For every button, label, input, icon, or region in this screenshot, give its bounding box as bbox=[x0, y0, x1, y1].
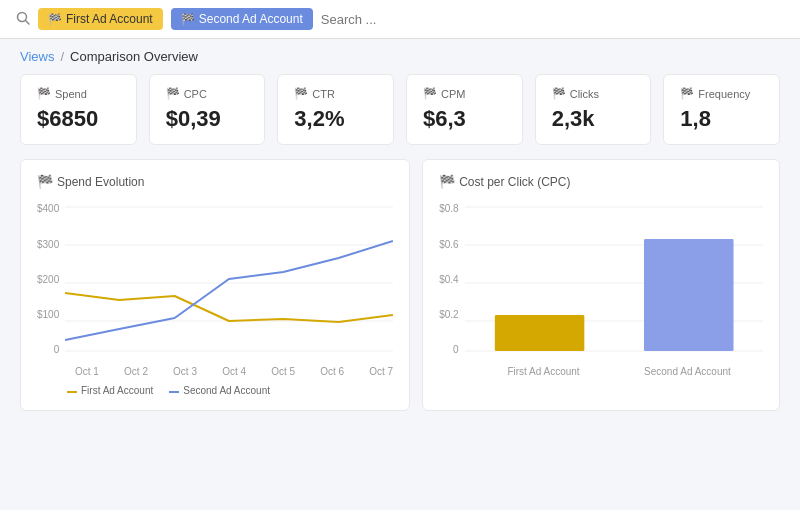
svg-rect-12 bbox=[494, 315, 584, 351]
metric-flag-spend: 🏁 bbox=[37, 87, 51, 100]
metric-value-spend: $6850 bbox=[37, 106, 120, 132]
second-tab-label: Second Ad Account bbox=[199, 12, 303, 26]
first-tab-label: First Ad Account bbox=[66, 12, 153, 26]
spend-chart-legend: First Ad Account Second Ad Account bbox=[37, 385, 393, 396]
cpc-chart-title-text: Cost per Click (CPC) bbox=[459, 175, 570, 189]
spend-chart-area bbox=[65, 199, 393, 362]
second-ad-account-tab[interactable]: 🏁 Second Ad Account bbox=[171, 8, 313, 30]
metric-label-text-frequency: Frequency bbox=[698, 88, 750, 100]
metrics-row: 🏁 Spend $6850 🏁 CPC $0,39 🏁 CTR 3,2% 🏁 C… bbox=[0, 74, 800, 159]
metric-label-clicks: 🏁 Clicks bbox=[552, 87, 635, 100]
metric-card-frequency: 🏁 Frequency 1,8 bbox=[663, 74, 780, 145]
metric-label-ctr: 🏁 CTR bbox=[294, 87, 377, 100]
cpc-bar-svg bbox=[465, 199, 763, 359]
cpc-chart-title: 🏁 Cost per Click (CPC) bbox=[439, 174, 763, 189]
spend-evolution-chart: 🏁 Spend Evolution $400 $300 $200 $100 0 bbox=[20, 159, 410, 411]
metric-label-text-cpm: CPM bbox=[441, 88, 465, 100]
metric-value-cpc: $0,39 bbox=[166, 106, 249, 132]
breadcrumb-separator: / bbox=[60, 49, 64, 64]
metric-label-frequency: 🏁 Frequency bbox=[680, 87, 763, 100]
spend-line-svg bbox=[65, 199, 393, 359]
metric-card-cpm: 🏁 CPM $6,3 bbox=[406, 74, 523, 145]
cpc-x-axis: First Ad Account Second Ad Account bbox=[439, 366, 763, 377]
metric-flag-frequency: 🏁 bbox=[680, 87, 694, 100]
metric-label-text-spend: Spend bbox=[55, 88, 87, 100]
svg-rect-13 bbox=[644, 239, 734, 351]
metric-card-ctr: 🏁 CTR 3,2% bbox=[277, 74, 394, 145]
metric-flag-cpc: 🏁 bbox=[166, 87, 180, 100]
second-tab-flag: 🏁 bbox=[181, 13, 195, 26]
top-bar: 🏁 First Ad Account 🏁 Second Ad Account bbox=[0, 0, 800, 39]
metric-label-spend: 🏁 Spend bbox=[37, 87, 120, 100]
metric-label-text-clicks: Clicks bbox=[570, 88, 599, 100]
charts-row: 🏁 Spend Evolution $400 $300 $200 $100 0 bbox=[0, 159, 800, 431]
metric-label-cpm: 🏁 CPM bbox=[423, 87, 506, 100]
metric-flag-ctr: 🏁 bbox=[294, 87, 308, 100]
first-ad-account-tab[interactable]: 🏁 First Ad Account bbox=[38, 8, 163, 30]
breadcrumb: Views / Comparison Overview bbox=[0, 39, 800, 74]
spend-y-axis: $400 $300 $200 $100 0 bbox=[37, 199, 65, 359]
views-link[interactable]: Views bbox=[20, 49, 54, 64]
search-input[interactable] bbox=[321, 12, 784, 27]
breadcrumb-current: Comparison Overview bbox=[70, 49, 198, 64]
spend-x-axis: Oct 1 Oct 2 Oct 3 Oct 4 Oct 5 Oct 6 Oct … bbox=[37, 366, 393, 377]
spend-chart-title: 🏁 Spend Evolution bbox=[37, 174, 393, 189]
cpc-y-axis: $0.8 $0.6 $0.4 $0.2 0 bbox=[439, 199, 464, 359]
metric-flag-clicks: 🏁 bbox=[552, 87, 566, 100]
metric-label-text-ctr: CTR bbox=[312, 88, 335, 100]
metric-value-cpm: $6,3 bbox=[423, 106, 506, 132]
cpc-chart: 🏁 Cost per Click (CPC) $0.8 $0.6 $0.4 $0… bbox=[422, 159, 780, 411]
metric-label-cpc: 🏁 CPC bbox=[166, 87, 249, 100]
metric-label-text-cpc: CPC bbox=[184, 88, 207, 100]
metric-card-cpc: 🏁 CPC $0,39 bbox=[149, 74, 266, 145]
metric-flag-cpm: 🏁 bbox=[423, 87, 437, 100]
cpc-chart-area bbox=[465, 199, 763, 362]
metric-value-frequency: 1,8 bbox=[680, 106, 763, 132]
metric-value-ctr: 3,2% bbox=[294, 106, 377, 132]
first-tab-flag: 🏁 bbox=[48, 13, 62, 26]
metric-card-clicks: 🏁 Clicks 2,3k bbox=[535, 74, 652, 145]
svg-line-1 bbox=[26, 20, 30, 24]
spend-chart-title-text: Spend Evolution bbox=[57, 175, 144, 189]
metric-card-spend: 🏁 Spend $6850 bbox=[20, 74, 137, 145]
metric-value-clicks: 2,3k bbox=[552, 106, 635, 132]
search-icon bbox=[16, 11, 30, 28]
